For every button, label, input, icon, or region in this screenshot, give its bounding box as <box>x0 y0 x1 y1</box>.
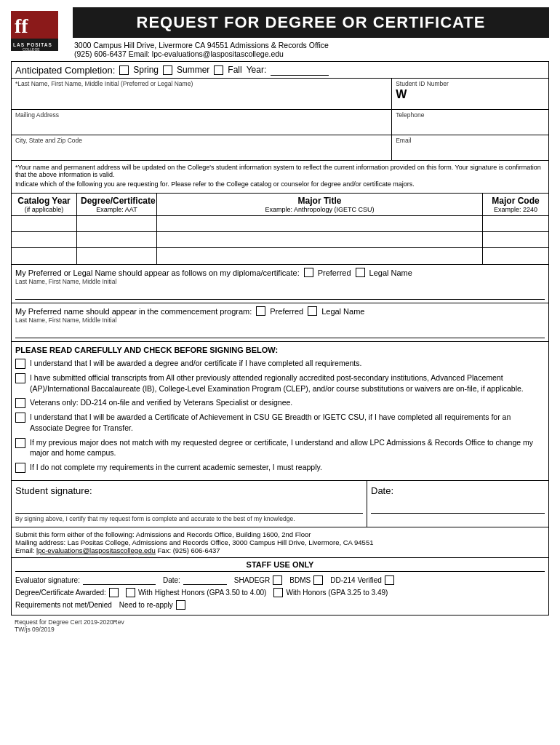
main-title: REQUEST FOR DEGREE OR CERTIFICATE <box>73 7 549 38</box>
diploma-legal-checkbox[interactable] <box>356 268 365 277</box>
city-value[interactable] <box>15 144 388 159</box>
th-degree: Degree/Certificate Example: AAT <box>77 194 157 215</box>
preferred-diploma-row: My Preferred or Legal Name should appear… <box>15 268 545 277</box>
td-code-2[interactable] <box>483 232 548 247</box>
td-code-3[interactable] <box>483 248 548 264</box>
table-row <box>12 248 548 264</box>
th-catalog-sub: (if applicable) <box>15 206 73 213</box>
commencement-legal-checkbox[interactable] <box>308 306 317 316</box>
highest-honors-field: With Highest Honors (GPA 3.50 to 4.00) <box>126 588 267 597</box>
td-catalog-2[interactable] <box>12 232 77 247</box>
student-id-value[interactable]: W <box>396 87 545 102</box>
dd214-checkbox[interactable] <box>385 575 394 585</box>
td-catalog-1[interactable] <box>12 216 77 231</box>
svg-text:LAS POSITAS: LAS POSITAS <box>13 42 52 47</box>
address-row: Mailing Address Telephone <box>12 110 548 135</box>
year-label: Year: <box>247 65 267 75</box>
honors-checkbox[interactable] <box>273 588 283 597</box>
diploma-legal-label: Legal Name <box>369 268 412 277</box>
summer-checkbox[interactable] <box>163 65 172 75</box>
completion-label: Anticipated Completion: <box>15 65 115 76</box>
completion-row: Anticipated Completion: Spring Summer Fa… <box>12 62 548 79</box>
td-major-2[interactable] <box>157 232 483 247</box>
fall-checkbox[interactable] <box>214 65 223 75</box>
commencement-preferred-checkbox[interactable] <box>256 306 265 316</box>
name-row: *Last Name, First Name, Middle Initial (… <box>12 79 548 110</box>
email-value[interactable] <box>396 144 545 159</box>
check-box-1[interactable] <box>15 359 25 369</box>
submit-email-link[interactable]: lpc-evaluations@laspositascollege.edu <box>36 546 156 554</box>
td-code-1[interactable] <box>483 216 548 231</box>
commencement-name-input[interactable] <box>15 325 545 338</box>
evaluator-label: Evaluator signature: <box>15 576 80 584</box>
bdms-label: BDMS <box>289 576 311 584</box>
reapply-checkbox[interactable] <box>176 600 185 610</box>
td-degree-1[interactable] <box>77 216 157 231</box>
staff-row-3: Requirements not met/Denied Need to re-a… <box>15 600 545 610</box>
name-label: *Last Name, First Name, Middle Initial (… <box>15 80 388 87</box>
commencement-legal-label: Legal Name <box>321 307 364 316</box>
bdms-field: BDMS <box>289 575 323 585</box>
table-row <box>12 232 548 248</box>
email-field: Email <box>392 135 548 160</box>
td-degree-2[interactable] <box>77 232 157 247</box>
not-met-label: Requirements not met/Denied <box>15 601 112 609</box>
degree-table: Catalog Year (if applicable) Degree/Cert… <box>12 194 548 265</box>
date-input[interactable] <box>371 499 545 514</box>
diploma-name-input[interactable] <box>15 287 545 300</box>
sig-input[interactable] <box>15 499 363 514</box>
th-code-sub: Example: 2240 <box>487 206 545 213</box>
td-major-1[interactable] <box>157 216 483 231</box>
degree-awarded-checkbox[interactable] <box>109 588 119 597</box>
th-catalog: Catalog Year (if applicable) <box>12 194 77 215</box>
year-input[interactable] <box>271 64 329 76</box>
notice-text1: *Your name and permanent address will be… <box>15 164 545 178</box>
th-major-sub: Example: Anthropology (IGETC CSU) <box>161 206 479 213</box>
mailing-address-label: Mailing Address <box>15 111 388 119</box>
checks-section: PLEASE READ CAREFULLY AND CHECK BEFORE S… <box>12 342 548 481</box>
shadegr-label: SHADEGR <box>234 576 270 584</box>
degree-awarded-field: Degree/Certificate Awarded: <box>15 588 119 597</box>
city-label: City, State and Zip Code <box>15 137 388 144</box>
staff-date-label: Date: <box>163 576 180 584</box>
diploma-sub: Last Name, First Name, Middle Initial <box>15 278 545 285</box>
name-value[interactable] <box>15 87 388 108</box>
th-code: Major Code Example: 2240 <box>483 194 548 215</box>
not-met-field: Requirements not met/Denied <box>15 601 112 609</box>
staff-date-input[interactable] <box>183 575 227 585</box>
check-box-6[interactable] <box>15 463 25 473</box>
check-box-3[interactable] <box>15 398 25 408</box>
th-major-main: Major Title <box>161 196 479 206</box>
shadegr-checkbox[interactable] <box>273 575 282 585</box>
check-box-5[interactable] <box>15 438 25 448</box>
highest-honors-checkbox[interactable] <box>126 588 135 597</box>
check-box-4[interactable] <box>15 413 25 423</box>
sig-sub: By signing above, I certify that my requ… <box>15 515 363 522</box>
td-catalog-3[interactable] <box>12 248 77 264</box>
address-line2: (925) 606-6437 Email: lpc-evaluations@la… <box>73 49 549 58</box>
td-major-3[interactable] <box>157 248 483 264</box>
staff-row-2: Degree/Certificate Awarded: With Highest… <box>15 588 545 597</box>
th-major: Major Title Example: Anthropology (IGETC… <box>157 194 483 215</box>
telephone-value[interactable] <box>396 119 545 133</box>
spring-checkbox[interactable] <box>119 65 129 75</box>
form-area: Anticipated Completion: Spring Summer Fa… <box>11 61 549 615</box>
shadegr-field: SHADEGR <box>234 575 282 585</box>
check-box-2[interactable] <box>15 373 25 383</box>
dd214-field: DD-214 Verified <box>330 575 394 585</box>
email-label: Email <box>396 137 545 144</box>
sig-right: Date: <box>367 481 548 527</box>
td-degree-3[interactable] <box>77 248 157 264</box>
mailing-address-value[interactable] <box>15 119 388 133</box>
evaluator-input[interactable] <box>83 575 156 585</box>
check-item-4: I understand that I will be awarded a Ce… <box>15 412 545 433</box>
submit-line1: Submit this form either of the following… <box>15 530 545 538</box>
check-item-1: I understand that I will be awarded a de… <box>15 358 545 369</box>
diploma-preferred-checkbox[interactable] <box>304 268 313 277</box>
city-field: City, State and Zip Code <box>12 135 392 160</box>
bdms-checkbox[interactable] <box>313 575 323 585</box>
page: ff LAS POSITAS COLLEGE REQUEST FOR DEGRE… <box>0 0 560 640</box>
staff-section: STAFF USE ONLY Evaluator signature: Date… <box>12 558 548 615</box>
check-text-4: I understand that I will be awarded a Ce… <box>30 412 545 433</box>
check-item-3: Veterans only: DD-214 on-file and verifi… <box>15 397 545 408</box>
